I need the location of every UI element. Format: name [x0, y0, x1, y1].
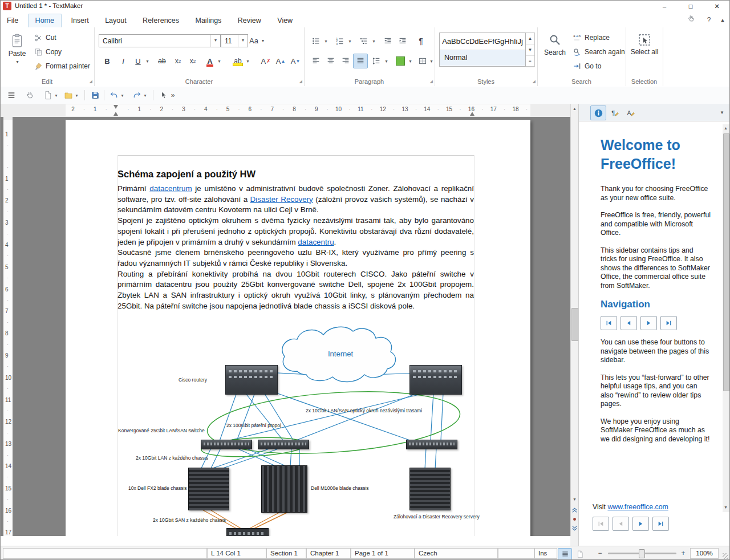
decrease-indent-button[interactable]: [380, 34, 395, 48]
tab-review[interactable]: Review: [231, 14, 268, 27]
search-again-button[interactable]: Search again: [573, 46, 625, 58]
zoom-slider-thumb[interactable]: [639, 549, 645, 558]
footer-previous-button[interactable]: [613, 517, 629, 531]
align-center-button[interactable]: [323, 54, 338, 68]
search-button[interactable]: Search: [541, 30, 569, 80]
footer-last-button[interactable]: [652, 517, 669, 531]
font-color-button[interactable]: A: [204, 54, 216, 68]
style-scroll-down[interactable]: ▼: [526, 44, 534, 56]
tab-file[interactable]: File: [0, 14, 25, 27]
new-document-menu[interactable]: ▾: [52, 89, 59, 102]
multilevel-list-menu[interactable]: ▾: [370, 34, 378, 48]
sidebar-scroll-thumb[interactable]: [723, 133, 729, 391]
scroll-up-icon[interactable]: ▲: [724, 126, 728, 130]
vertical-scrollbar[interactable]: ▲ ▼: [570, 104, 579, 536]
view-normal-button[interactable]: [558, 548, 572, 560]
copy-button[interactable]: Copy: [34, 46, 62, 58]
help-icon[interactable]: ?: [703, 14, 715, 26]
line-spacing-menu[interactable]: ▾: [382, 54, 390, 68]
style-preview[interactable]: AaBbCcDdEeFfGgHhIiJj: [440, 33, 525, 50]
justify-button[interactable]: [353, 54, 368, 68]
font-color-menu[interactable]: ▾: [215, 54, 223, 68]
tab-insert[interactable]: Insert: [64, 14, 95, 27]
style-name[interactable]: Normal: [440, 50, 525, 66]
status-page[interactable]: Page 1 of 1: [351, 548, 415, 559]
font-name-combo[interactable]: Calibri ▾: [99, 34, 221, 47]
tab-references[interactable]: References: [136, 14, 186, 27]
maximize-button[interactable]: □: [678, 0, 704, 13]
font-size-combo[interactable]: 11 ▾: [221, 34, 248, 47]
status-cursor-position[interactable]: L 14 Col 1: [207, 548, 266, 559]
subscript-button[interactable]: x2: [171, 54, 185, 68]
dialog-launcher-icon[interactable]: ◢: [430, 79, 433, 84]
zoom-out-button[interactable]: −: [595, 549, 605, 558]
footer-next-button[interactable]: [632, 517, 649, 531]
superscript-button[interactable]: x2: [185, 54, 200, 68]
strikethrough-button[interactable]: ab: [155, 54, 169, 68]
scroll-down-icon[interactable]: ▼: [724, 505, 728, 509]
sidebar-paragraph-styles-icon[interactable]: [607, 105, 622, 119]
undo-menu[interactable]: ▾: [119, 89, 125, 102]
goto-button[interactable]: Go to: [573, 60, 601, 72]
document-text[interactable]: Schéma zapojení a použitý HW Primární da…: [117, 155, 474, 311]
borders-menu[interactable]: ▾: [427, 54, 435, 68]
style-gallery[interactable]: AaBbCcDdEeFfGgHhIiJj Normal: [439, 33, 526, 67]
touch-mode-icon[interactable]: [23, 89, 36, 102]
link-datacentru[interactable]: datacentru: [298, 238, 334, 246]
shrink-font-button[interactable]: A▼: [288, 54, 303, 68]
browse-previous-icon[interactable]: [571, 506, 578, 514]
touch-mode-icon[interactable]: [687, 14, 699, 26]
tab-view[interactable]: View: [270, 14, 299, 27]
dialog-launcher-icon[interactable]: ◢: [299, 79, 302, 84]
cut-button[interactable]: Cut: [34, 31, 56, 44]
footer-first-button[interactable]: [593, 517, 609, 531]
sidebar-scrollbar[interactable]: ▲ ▼: [723, 124, 729, 512]
browse-object-icon[interactable]: [571, 516, 578, 523]
nav-first-button[interactable]: [601, 316, 617, 330]
reset-formatting-button[interactable]: A✗: [258, 54, 273, 68]
highlight-button[interactable]: ab: [231, 54, 245, 68]
link-datacentrum[interactable]: datacentrum: [149, 184, 192, 193]
link-disaster-recovery[interactable]: Disaster Recovery: [250, 195, 313, 204]
chevron-down-icon[interactable]: ▾: [238, 35, 248, 47]
shading-menu[interactable]: ▾: [406, 54, 414, 68]
style-scroll-up[interactable]: ▲: [526, 33, 534, 44]
grow-font-button[interactable]: A▲: [273, 54, 288, 68]
underline-button[interactable]: U: [132, 54, 144, 68]
italic-button[interactable]: I: [116, 54, 131, 68]
change-case-button[interactable]: Aa ▾: [249, 34, 264, 47]
browse-next-icon[interactable]: [571, 525, 578, 532]
view-page-button[interactable]: [573, 548, 587, 560]
collapse-ribbon-icon[interactable]: ▴: [716, 14, 729, 26]
replace-button[interactable]: Replace: [573, 31, 610, 44]
underline-menu[interactable]: ▾: [143, 54, 151, 68]
right-indent-marker[interactable]: [470, 112, 474, 116]
zoom-in-button[interactable]: +: [679, 549, 688, 558]
sidebar-character-styles-icon[interactable]: [623, 105, 638, 119]
highlight-menu[interactable]: ▾: [244, 54, 252, 68]
status-section[interactable]: Section 1: [266, 548, 306, 559]
increase-indent-button[interactable]: [395, 34, 410, 48]
tab-mailings[interactable]: Mailings: [189, 14, 229, 27]
sidebar-info-icon[interactable]: [590, 105, 606, 120]
menu-icon[interactable]: [5, 89, 18, 102]
freeoffice-link[interactable]: www.freeoffice.com: [607, 503, 668, 511]
scroll-down-icon[interactable]: ▼: [573, 497, 577, 501]
style-gallery-menu[interactable]: ≡: [526, 56, 534, 67]
minimize-button[interactable]: –: [651, 0, 678, 13]
show-formatting-button[interactable]: ¶: [413, 34, 428, 48]
bold-button[interactable]: B: [100, 54, 115, 68]
sidebar-menu-chevron[interactable]: ▾: [715, 105, 729, 119]
chevron-down-icon[interactable]: ▾: [210, 35, 220, 47]
close-button[interactable]: ✕: [704, 0, 730, 13]
document-page[interactable]: Schéma zapojení a použitý HW Primární da…: [66, 120, 530, 536]
bullet-list-menu[interactable]: ▾: [322, 34, 330, 48]
select-all-button[interactable]: Select all: [629, 30, 660, 80]
first-line-indent-marker[interactable]: [113, 105, 118, 109]
format-painter-button[interactable]: Format painter: [34, 60, 90, 72]
align-right-button[interactable]: [338, 54, 353, 68]
scroll-up-icon[interactable]: ▲: [573, 107, 577, 111]
nav-previous-button[interactable]: [620, 316, 637, 330]
numbered-list-menu[interactable]: ▾: [346, 34, 354, 48]
paste-button[interactable]: Paste ▾: [5, 30, 30, 80]
